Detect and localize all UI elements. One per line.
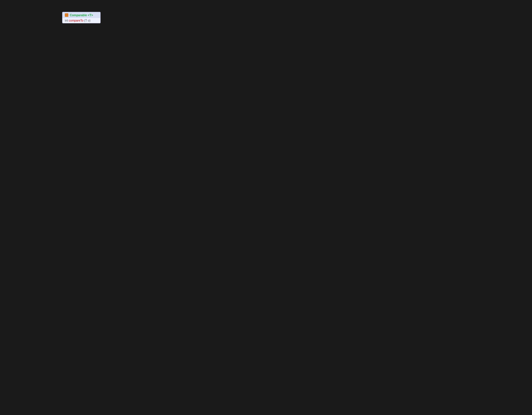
comparable-interface: Comparable <T> int compareTo (T o) bbox=[62, 12, 101, 23]
interface-title: Comparable <T> bbox=[70, 14, 93, 17]
